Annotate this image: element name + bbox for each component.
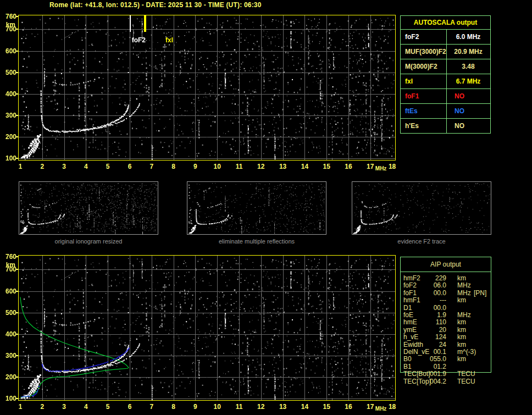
top-ionogram-canvas bbox=[18, 15, 396, 161]
x-tick-label: 7 bbox=[146, 163, 158, 170]
x-tick-label: 2 bbox=[36, 163, 48, 170]
parameter-value: 6.7 MHz bbox=[446, 74, 490, 88]
aip-unit: m^(-3) bbox=[457, 348, 476, 356]
aip-label: hmE bbox=[403, 319, 417, 326]
aip-unit: MHz bbox=[457, 290, 471, 297]
parameter-value: 3.48 bbox=[446, 59, 490, 74]
x-tick-label: 16 bbox=[342, 403, 354, 411]
y-tick-label: 100 bbox=[0, 154, 16, 162]
x-tick-label: 8 bbox=[168, 403, 180, 411]
thumbnail-original-ionogram bbox=[19, 181, 158, 235]
x-axis-unit-label: MHz bbox=[375, 406, 387, 412]
aip-value: 00.1 bbox=[417, 348, 446, 356]
aip-unit: km bbox=[457, 327, 466, 334]
x-tick-label: 1 bbox=[14, 403, 26, 411]
aip-unit: km bbox=[457, 334, 466, 341]
parameter-label: M(3000)F2 bbox=[405, 59, 437, 74]
aip-unit: TECU bbox=[457, 370, 475, 378]
aip-unit: TECU bbox=[457, 378, 475, 385]
aip-row-fof1: foF100.0MHz[PN] bbox=[400, 290, 510, 297]
x-tick-label: 11 bbox=[233, 163, 245, 170]
parameter-label: MUF(3000)F2 bbox=[405, 45, 446, 59]
autoscala-output-table: AUTOSCALA output foF26.0 MHzMUF(3000)F22… bbox=[400, 15, 491, 134]
y-tick-label: 500 bbox=[0, 69, 16, 76]
parameter-label: foF2 bbox=[405, 30, 419, 44]
x-tick-label: 12 bbox=[255, 403, 267, 411]
aip-label: foE bbox=[403, 312, 413, 319]
aip-unit: km bbox=[457, 319, 466, 326]
aip-value: 001.9 bbox=[417, 370, 446, 378]
aip-value: --- bbox=[417, 297, 446, 304]
parameter-label: foF1 bbox=[405, 89, 419, 103]
autoscala-row-fof1: foF1NO bbox=[401, 88, 490, 103]
y-axis-unit-label: km bbox=[0, 21, 15, 29]
autoscala-row-ftes: ftEsNO bbox=[401, 103, 490, 118]
x-tick-label: 3 bbox=[58, 403, 70, 411]
parameter-value: NO bbox=[446, 119, 490, 133]
aip-unit: km bbox=[457, 297, 466, 304]
top-ionogram-plot: foF2 fxI bbox=[18, 15, 396, 161]
thumbnail-evidence-f2-trace bbox=[352, 181, 491, 235]
aip-row-deln-ve: DelN_vE00.1m^(-3) bbox=[400, 348, 510, 356]
aip-label: foF1 bbox=[403, 290, 417, 297]
aip-value: 1.9 bbox=[417, 312, 446, 319]
fxi-marker-label: fxI bbox=[165, 37, 187, 44]
aip-row-foe: foE1.9MHz bbox=[400, 312, 510, 319]
y-axis-unit-label: km bbox=[0, 261, 15, 269]
y-tick-label: 760 bbox=[0, 13, 16, 20]
autoscala-row-muf(3000)f2: MUF(3000)F220.9 MHz bbox=[401, 44, 490, 59]
y-axis-tick bbox=[16, 291, 18, 292]
y-tick-label: 500 bbox=[0, 309, 16, 317]
y-axis-tick bbox=[16, 377, 18, 378]
x-tick-label: 14 bbox=[298, 403, 311, 411]
fof2-marker-label: foF2 bbox=[113, 37, 146, 44]
parameter-value: 6.0 MHz bbox=[446, 30, 490, 44]
parameter-value: NO bbox=[446, 89, 490, 103]
x-tick-label: 1 bbox=[14, 163, 26, 170]
autoscala-row-m(3000)f2: M(3000)F23.48 bbox=[401, 59, 490, 74]
aip-unit: MHz bbox=[457, 312, 471, 319]
aip-row-tec-top-: TEC[Top]004.2TECU bbox=[400, 378, 510, 385]
aip-row-b0: B0055.0km bbox=[400, 356, 510, 363]
x-tick-label: 18 bbox=[386, 403, 398, 411]
aip-header-divider bbox=[401, 272, 491, 272]
y-axis-tick bbox=[16, 355, 18, 356]
aip-value: 24 bbox=[417, 341, 446, 348]
aip-row-ewidth: Ewidth24km bbox=[400, 341, 510, 348]
aip-row-tec-bot-: TEC[Bot]001.9TECU bbox=[400, 370, 510, 378]
x-tick-label: 8 bbox=[168, 163, 180, 170]
x-tick-label: 6 bbox=[124, 403, 136, 411]
aip-value: 004.2 bbox=[417, 378, 446, 385]
y-tick-label: 760 bbox=[0, 253, 16, 261]
y-tick-label: 600 bbox=[0, 287, 16, 295]
x-tick-label: 12 bbox=[255, 163, 267, 170]
parameter-label: ftEs bbox=[405, 104, 418, 118]
aip-label: ymE bbox=[403, 327, 417, 334]
y-axis-tick bbox=[16, 312, 18, 313]
aip-value: 124 bbox=[417, 334, 446, 341]
x-tick-label: 17 bbox=[364, 163, 376, 170]
parameter-label: fxI bbox=[405, 74, 413, 88]
aip-value: 06.0 bbox=[417, 282, 446, 289]
x-tick-label: 4 bbox=[80, 163, 92, 170]
y-tick-label: 300 bbox=[0, 112, 16, 119]
aip-unit: MHz bbox=[457, 282, 471, 289]
y-tick-label: 200 bbox=[0, 133, 16, 141]
y-axis-tick bbox=[16, 136, 18, 137]
aip-unit: km bbox=[457, 356, 466, 363]
parameter-value: NO bbox=[446, 104, 490, 118]
x-tick-label: 6 bbox=[124, 163, 136, 170]
aip-label: B1 bbox=[403, 363, 412, 370]
thumbnail-eliminate-reflections bbox=[187, 181, 326, 235]
thumbnail-caption: evidence F2 trace bbox=[352, 238, 491, 245]
autoscala-row-fxi: fxI6.7 MHz bbox=[401, 74, 490, 88]
aip-value: 20 bbox=[417, 327, 446, 334]
y-axis-tick bbox=[16, 93, 18, 95]
x-tick-label: 9 bbox=[189, 403, 201, 411]
aip-extra: [PN] bbox=[474, 290, 486, 297]
page-title: Rome (lat: +41.8, lon: 012.5) - DATE: 20… bbox=[49, 1, 262, 9]
aip-label: B0 bbox=[403, 356, 412, 363]
aip-row-hmf2: hmF2229km bbox=[400, 275, 510, 282]
bottom-ionogram-canvas bbox=[18, 255, 396, 401]
x-tick-label: 14 bbox=[298, 163, 311, 170]
